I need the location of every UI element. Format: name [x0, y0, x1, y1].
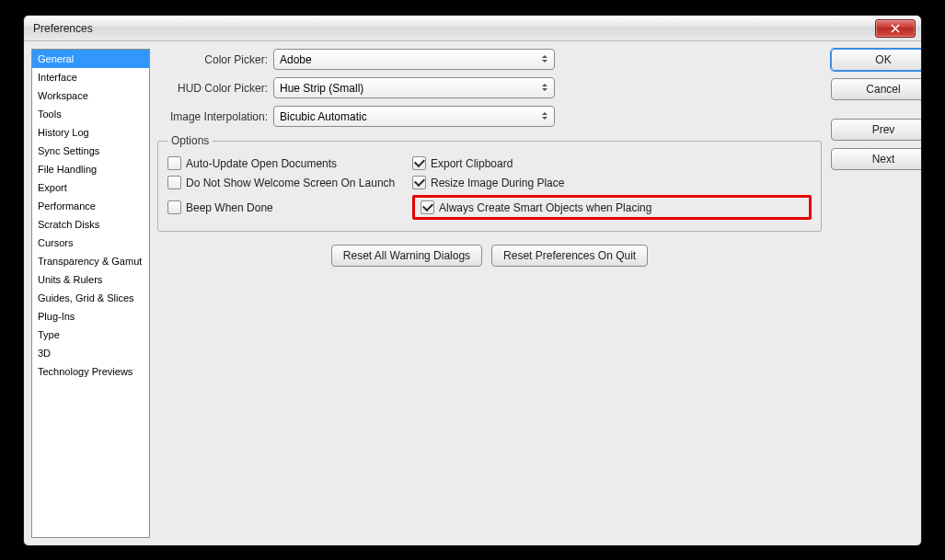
sidebar-item-technology-previews[interactable]: Technology Previews: [32, 362, 149, 381]
checkbox-beep-when-done[interactable]: Beep When Done: [167, 195, 407, 220]
close-button[interactable]: [875, 19, 916, 38]
checkbox-box-icon: [167, 156, 181, 170]
highlight-box: Always Create Smart Objects when Placing: [412, 195, 812, 220]
checkbox-box-icon: [167, 176, 181, 189]
label-color-picker: Color Picker:: [157, 53, 268, 66]
preferences-dialog: Preferences General Interface Workspace …: [23, 15, 922, 546]
dropdown-caret-icon: [541, 81, 548, 94]
row-hud-color-picker: HUD Color Picker: Hue Strip (Small): [157, 77, 822, 98]
select-color-picker[interactable]: Adobe: [273, 49, 555, 70]
dropdown-caret-icon: [541, 109, 548, 122]
close-icon: [891, 24, 900, 33]
reset-buttons-row: Reset All Warning Dialogs Reset Preferen…: [157, 245, 822, 267]
select-image-interpolation[interactable]: Bicubic Automatic: [273, 106, 555, 127]
prev-button[interactable]: Prev: [831, 119, 922, 141]
sidebar-item-file-handling[interactable]: File Handling: [32, 160, 149, 178]
dropdown-caret-icon: [541, 52, 548, 65]
titlebar: Preferences: [24, 16, 921, 41]
checkbox-box-icon: [421, 200, 434, 214]
sidebar-item-export[interactable]: Export: [32, 178, 149, 197]
sidebar-item-history-log[interactable]: History Log: [32, 123, 149, 142]
options-grid: Auto-Update Open Documents Export Clipbo…: [167, 156, 812, 220]
checkbox-always-create-smart-objects[interactable]: Always Create Smart Objects when Placing: [421, 200, 803, 214]
label-hud-color-picker: HUD Color Picker:: [157, 82, 268, 95]
select-hud-color-picker-value: Hue Strip (Small): [280, 82, 363, 95]
checkbox-no-welcome-screen[interactable]: Do Not Show Welcome Screen On Launch: [167, 176, 407, 189]
next-button[interactable]: Next: [831, 148, 922, 170]
dialog-body: General Interface Workspace Tools Histor…: [24, 41, 921, 545]
checkbox-auto-update[interactable]: Auto-Update Open Documents: [167, 156, 407, 170]
sidebar-item-3d[interactable]: 3D: [32, 344, 149, 362]
label-image-interpolation: Image Interpolation:: [157, 110, 268, 123]
checkbox-label: Beep When Done: [186, 201, 273, 214]
window-title: Preferences: [33, 22, 875, 35]
reset-warning-dialogs-button[interactable]: Reset All Warning Dialogs: [331, 245, 482, 267]
sidebar-item-sync-settings[interactable]: Sync Settings: [32, 142, 149, 160]
sidebar-item-type[interactable]: Type: [32, 326, 149, 344]
dialog-action-column: OK Cancel Prev Next: [831, 49, 912, 170]
sidebar-item-cursors[interactable]: Cursors: [32, 234, 149, 252]
options-legend: Options: [167, 134, 213, 147]
select-image-interpolation-value: Bicubic Automatic: [280, 110, 367, 123]
sidebar-item-interface[interactable]: Interface: [32, 68, 149, 86]
sidebar-item-scratch-disks[interactable]: Scratch Disks: [32, 215, 149, 234]
sidebar-item-performance[interactable]: Performance: [32, 197, 149, 215]
content-area: Color Picker: Adobe HUD Color Picker: Hu…: [157, 49, 822, 538]
sidebar-item-general[interactable]: General: [32, 50, 149, 68]
spacer: [831, 108, 912, 111]
sidebar-item-transparency-gamut[interactable]: Transparency & Gamut: [32, 252, 149, 270]
cancel-button[interactable]: Cancel: [831, 78, 922, 100]
select-color-picker-value: Adobe: [280, 53, 312, 66]
options-fieldset: Options Auto-Update Open Documents Expor…: [157, 134, 822, 232]
checkbox-export-clipboard[interactable]: Export Clipboard: [412, 156, 812, 170]
sidebar-item-units-rulers[interactable]: Units & Rulers: [32, 270, 149, 289]
sidebar-item-plug-ins[interactable]: Plug-Ins: [32, 307, 149, 326]
checkbox-label: Auto-Update Open Documents: [186, 157, 337, 170]
row-color-picker: Color Picker: Adobe: [157, 49, 822, 70]
checkbox-resize-image-during-place[interactable]: Resize Image During Place: [412, 176, 812, 189]
sidebar-item-tools[interactable]: Tools: [32, 105, 149, 123]
checkbox-box-icon: [412, 176, 426, 189]
checkbox-label: Resize Image During Place: [431, 177, 564, 189]
sidebar-item-guides-grid-slices[interactable]: Guides, Grid & Slices: [32, 289, 149, 307]
checkbox-box-icon: [167, 200, 181, 214]
checkbox-label: Do Not Show Welcome Screen On Launch: [186, 177, 395, 189]
checkbox-label: Export Clipboard: [431, 157, 513, 170]
checkbox-box-icon: [412, 156, 426, 170]
reset-preferences-on-quit-button[interactable]: Reset Preferences On Quit: [491, 245, 648, 267]
row-image-interpolation: Image Interpolation: Bicubic Automatic: [157, 106, 822, 127]
checkbox-label: Always Create Smart Objects when Placing: [439, 201, 651, 214]
sidebar-item-workspace[interactable]: Workspace: [32, 86, 149, 105]
select-hud-color-picker[interactable]: Hue Strip (Small): [273, 77, 555, 98]
ok-button[interactable]: OK: [831, 49, 922, 71]
category-sidebar: General Interface Workspace Tools Histor…: [31, 49, 150, 538]
